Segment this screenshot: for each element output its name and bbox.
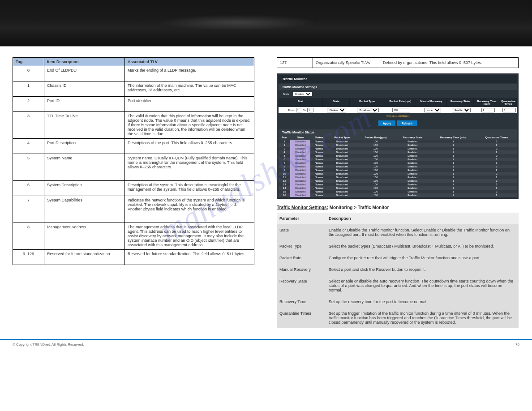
status-row: 6DisabledNormalBroadcast100Enabled13: [279, 158, 517, 161]
status-row: 11DisabledNormalBroadcast100Enabled13: [279, 176, 517, 179]
from-label: From:: [288, 109, 296, 111]
from-input[interactable]: [296, 108, 302, 112]
col-item: Item Description: [44, 58, 125, 66]
settings-row: Recovery StateSelect enable or disable t…: [277, 275, 519, 296]
status-row: 9DisabledNormalBroadcast100Enabled12: [279, 168, 517, 172]
settings-row: StateEnable or Disable the Traffic monit…: [277, 224, 519, 240]
table-row: 9–126Reserved for future standardization…: [13, 250, 254, 265]
sc-header-row: Port State Packet Type Packet Rate(pps) …: [279, 98, 517, 107]
table-row: 0End Of LLDPDUMarks the ending of a LLDP…: [13, 66, 254, 81]
sc-settings-title: Traffic Monitor Settings: [279, 84, 517, 90]
filter-rstate[interactable]: Enable: [452, 108, 471, 112]
gcol-desc: Description: [326, 213, 519, 224]
table-row: 8Management AddressThe management addres…: [13, 223, 254, 250]
left-spec-table: Tag Item Description Associated TLV 0End…: [13, 57, 254, 265]
status-col: Quarantine Times: [476, 135, 517, 140]
status-row: 8DisabledNormalBroadcast100Enabled13: [279, 165, 517, 168]
status-row: 2DisabledNormalBroadcast100Enabled13: [279, 143, 517, 147]
hdr-ptype: Packet Type: [350, 98, 385, 107]
status-row: 3DisabledNormalBroadcast100Enabled13: [279, 147, 517, 150]
status-col: State: [290, 135, 310, 140]
sc-state-select[interactable]: Disable: [293, 92, 312, 96]
table-row: 6System DescriptionDescription of the sy…: [13, 181, 254, 196]
hdr-manual: Manual Recovery: [416, 98, 447, 107]
hdr-qtimes: Quarantine Times: [500, 98, 517, 107]
filter-state[interactable]: Disable: [327, 108, 346, 112]
status-row: 13DisabledNormalBroadcast100Enabled13: [279, 183, 517, 186]
filter-ptype[interactable]: Broadcast: [357, 108, 379, 112]
settings-row: Manual RecoverySelect a port and click t…: [277, 264, 519, 275]
to-input[interactable]: [307, 108, 313, 112]
col-tag: Tag: [13, 58, 44, 66]
settings-row: Quarantine TimesSet up the trigger limit…: [277, 308, 519, 328]
col-tlv: Associated TLV: [125, 58, 254, 66]
hdr-rtime: Recovery Time (min): [474, 98, 500, 107]
status-col: Packet Rate(pps): [356, 135, 395, 140]
to-label: To:: [303, 109, 306, 111]
page-number: 76: [515, 342, 519, 347]
settings-row: Recovery TimeSet up the recovery time fo…: [277, 296, 519, 308]
table-row: 1Chassis IDThe information of the main m…: [13, 81, 254, 97]
sc-range: (Range:1~2700pps): [279, 113, 517, 119]
status-row: 1DisabledNormalBroadcast100Enabled13: [279, 140, 517, 143]
filter-rate[interactable]: [392, 108, 410, 112]
gcol-param: Parameter: [277, 213, 326, 224]
status-row: 14DisabledNormalBroadcast100Enabled13: [279, 186, 517, 190]
status-row: 15DisabledNormalBroadcast100Enabled13: [279, 190, 517, 193]
table-row: 4Port DescriptionDescriptions of the por…: [13, 139, 254, 154]
status-row: 12DisabledNormalBroadcast100Enabled13: [279, 179, 517, 183]
settings-heading: Traffic Monitor Settings: Monitoring > T…: [277, 205, 519, 210]
table-row: 5System NameSystem name. Usually a FQDN …: [13, 154, 254, 181]
table-row: 3TTL Time To LiveThe valid duration that…: [13, 112, 254, 139]
copyright: © Copyright TRENDnet. All Rights Reserve…: [13, 342, 515, 347]
hdr-rate: Packet Rate(pps): [385, 98, 416, 107]
header-banner: [0, 0, 532, 47]
status-col: Recovery State: [395, 135, 430, 140]
status-row: 16DisabledNormalBroadcast100Enabled13: [279, 193, 517, 197]
table-row: 2Port IDPort identifier: [13, 97, 254, 112]
apply-button[interactable]: Apply: [378, 120, 395, 126]
filter-manual[interactable]: None: [424, 108, 441, 112]
traffic-monitor-screenshot: Traffic Monitor Traffic Monitor Settings…: [277, 73, 519, 199]
filter-rtime[interactable]: [481, 108, 495, 112]
sc-filter-row: From: To: Disable Broadcast None Enable: [279, 107, 517, 113]
table-row: 7System CapabilitiesIndicates the networ…: [13, 196, 254, 223]
settings-row: Packet RateConfigure the packet rate tha…: [277, 252, 519, 264]
table-row: 127Organizationally Specific TLVsDefined…: [277, 58, 519, 68]
right-top-table: 127Organizationally Specific TLVsDefined…: [277, 57, 519, 68]
status-col: Packet Type: [328, 135, 356, 140]
status-col: Port: [279, 135, 290, 140]
sc-title: Traffic Monitor: [279, 75, 517, 83]
status-row: 10DisabledNormalBroadcast100Enabled13: [279, 172, 517, 176]
settings-table: Parameter Description StateEnable or Dis…: [277, 213, 519, 328]
settings-row: Packet TypeSelect the packet types (Broa…: [277, 240, 519, 252]
hdr-port: Port: [279, 98, 323, 107]
sc-state-label: State: [283, 93, 289, 95]
status-row: 7DisabledNormalBroadcast100Enabled13: [279, 161, 517, 165]
filter-qtimes[interactable]: [502, 108, 516, 112]
status-col: Status: [310, 135, 327, 140]
hdr-rstate: Recovery State: [447, 98, 473, 107]
sc-status-title: Traffic Monitor Status: [279, 129, 517, 135]
status-col: Recovery Time (min): [430, 135, 476, 140]
hdr-state: State: [323, 98, 349, 107]
footer: © Copyright TRENDnet. All Rights Reserve…: [0, 339, 532, 349]
status-row: 5DisabledNormalBroadcast100Enabled13: [279, 154, 517, 158]
status-row: 4DisabledNormalBroadcast100Enabled12: [279, 150, 517, 154]
refresh-button[interactable]: Refresh: [397, 120, 417, 126]
sc-status-table: PortStateStatusPacket TypePacket Rate(pp…: [279, 135, 517, 197]
